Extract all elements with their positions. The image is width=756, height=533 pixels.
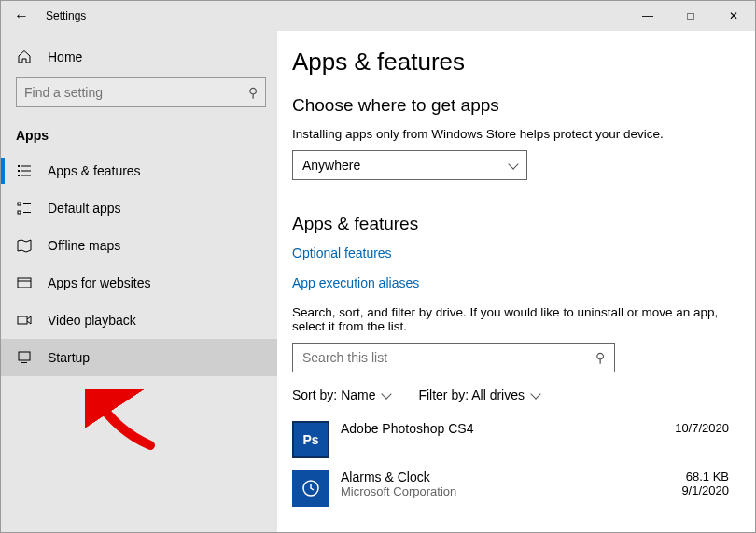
list-help-text: Search, sort, and filter by drive. If yo… [292, 305, 729, 333]
svg-rect-8 [23, 203, 31, 204]
sidebar-item-label: Apps & features [48, 163, 141, 178]
svg-rect-7 [18, 211, 21, 214]
svg-rect-9 [23, 212, 31, 213]
sidebar-category: Apps [1, 122, 277, 152]
offline-maps-icon [16, 238, 33, 253]
search-icon: ⚲ [595, 350, 605, 365]
video-playback-icon [16, 313, 33, 328]
search-icon: ⚲ [248, 85, 258, 100]
svg-rect-13 [21, 362, 27, 363]
sidebar-search-input[interactable] [24, 85, 248, 100]
app-publisher: Microsoft Corporation [341, 484, 670, 498]
maximize-button[interactable]: □ [669, 1, 712, 31]
svg-rect-12 [19, 352, 30, 360]
app-source-dropdown[interactable]: Anywhere [292, 150, 527, 180]
sidebar-item-offline-maps[interactable]: Offline maps [1, 227, 277, 264]
app-date: 10/7/2020 [675, 421, 729, 435]
app-search-input[interactable] [302, 350, 595, 365]
sidebar-search[interactable]: ⚲ [16, 77, 266, 107]
filter-control[interactable]: Filter by: All drives [418, 387, 539, 402]
home-icon [16, 49, 33, 64]
sidebar-item-apps-features[interactable]: Apps & features [1, 152, 277, 189]
chevron-down-icon [382, 388, 392, 399]
app-name: Alarms & Clock [341, 470, 670, 484]
dropdown-value: Anywhere [302, 158, 360, 173]
app-row[interactable]: Ps Adobe Photoshop CS4 10/7/2020 [292, 415, 729, 464]
sidebar-item-label: Default apps [48, 201, 121, 216]
apps-features-icon [16, 163, 33, 178]
titlebar: ← Settings ― □ ✕ [1, 1, 755, 31]
apps-websites-icon [16, 275, 33, 290]
startup-icon [16, 350, 33, 365]
svg-rect-6 [18, 203, 21, 205]
app-icon-photoshop: Ps [292, 421, 329, 458]
sidebar-item-label: Apps for websites [48, 275, 151, 290]
chevron-down-icon [530, 388, 540, 399]
sidebar-item-apps-websites[interactable]: Apps for websites [1, 264, 277, 302]
svg-rect-1 [18, 170, 20, 172]
svg-rect-3 [21, 166, 31, 167]
app-icon-alarms [292, 470, 329, 507]
sidebar-item-label: Offline maps [48, 238, 120, 253]
back-button[interactable]: ← [14, 7, 29, 24]
apps-features-heading: Apps & features [292, 214, 729, 234]
sidebar-home[interactable]: Home [1, 42, 277, 77]
app-row[interactable]: Alarms & Clock Microsoft Corporation 68.… [292, 464, 729, 512]
sidebar-item-video-playback[interactable]: Video playback [1, 302, 277, 339]
svg-rect-11 [18, 316, 27, 324]
close-button[interactable]: ✕ [712, 1, 755, 31]
app-search[interactable]: ⚲ [292, 343, 615, 372]
svg-rect-10 [18, 278, 31, 288]
app-date: 9/1/2020 [681, 484, 729, 498]
svg-rect-4 [21, 171, 31, 172]
sidebar-home-label: Home [48, 49, 82, 64]
sidebar-item-label: Video playback [48, 313, 136, 328]
main-content: Apps & features Choose where to get apps… [277, 31, 755, 532]
sidebar-item-default-apps[interactable]: Default apps [1, 189, 277, 227]
svg-rect-5 [21, 175, 31, 176]
page-title: Apps & features [292, 48, 729, 77]
app-size: 68.1 KB [681, 470, 729, 484]
choose-help-text: Installing apps only from Windows Store … [292, 127, 729, 141]
optional-features-link[interactable]: Optional features [292, 245, 729, 260]
sidebar: Home ⚲ Apps Apps & features Default apps [1, 31, 277, 532]
svg-rect-2 [18, 175, 20, 176]
minimize-button[interactable]: ― [626, 1, 669, 31]
sidebar-item-startup[interactable]: Startup [1, 339, 277, 376]
window-title: Settings [46, 9, 86, 22]
app-name: Adobe Photoshop CS4 [341, 421, 664, 436]
sidebar-item-label: Startup [48, 350, 90, 365]
svg-rect-0 [18, 165, 20, 167]
chevron-down-icon [508, 159, 518, 169]
choose-heading: Choose where to get apps [292, 95, 729, 116]
default-apps-icon [16, 201, 33, 216]
app-execution-aliases-link[interactable]: App execution aliases [292, 275, 729, 290]
sort-control[interactable]: Sort by: Name [292, 387, 390, 402]
